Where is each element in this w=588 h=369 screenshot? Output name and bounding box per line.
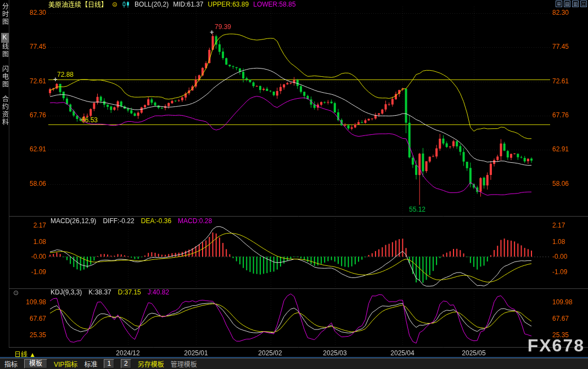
- price-axis-label: 77.45: [10, 43, 46, 50]
- toolbar-template-button[interactable]: 模板: [24, 359, 47, 368]
- sidebar-item-contract-info[interactable]: 合约资料: [1, 95, 10, 126]
- kdj-j-value: J:40.82: [148, 288, 169, 296]
- rows-layout-icon[interactable]: ▤: [564, 1, 570, 7]
- sidebar-item-time-chart[interactable]: 分时图: [1, 3, 10, 26]
- kdj-axis-label: 25.35: [10, 331, 46, 339]
- macd-axis-label: 2.17: [10, 222, 46, 229]
- kdj-axis-label: 67.67: [552, 315, 569, 322]
- time-axis-row: 日线 ▲ 2024/12 2025/01 2025/02 2025/03 202…: [0, 348, 588, 357]
- price-chart-canvas[interactable]: [0, 0, 588, 369]
- indicator-toggle-icon[interactable]: ⊙: [13, 289, 19, 297]
- kdj-d-value: D:37.15: [118, 288, 141, 296]
- price-axis-label: 67.76: [10, 111, 46, 119]
- macd-header: MACD(26,12,9) DIFF:-0.22 DEA:-0.36 MACD:…: [51, 217, 212, 225]
- price-axis-label: 72.61: [10, 77, 46, 85]
- toolbar-indicator-button[interactable]: 指标: [4, 359, 18, 368]
- price-axis-label: 67.76: [552, 111, 569, 119]
- price-axis-label: 77.45: [552, 43, 569, 50]
- date-tick-label: 2024/12: [116, 349, 139, 357]
- hline-label-1: 72.88: [57, 71, 74, 78]
- macd-axis-label: -1.09: [10, 268, 46, 276]
- toolbar-slot-1-button[interactable]: 1: [104, 359, 114, 368]
- price-axis-label: 82.30: [10, 9, 46, 16]
- bottom-toolbar: 指标 模板 VIP指标 标准 1 2 另存模板 管理模板: [0, 358, 588, 369]
- macd-title[interactable]: MACD(26,12,9): [51, 217, 96, 225]
- macd-axis-label: -1.09: [552, 268, 567, 276]
- kdj-axis-label: 109.98: [552, 298, 573, 306]
- peak-price-label: 79.39: [215, 23, 231, 31]
- price-axis-label: 62.91: [10, 145, 46, 153]
- price-axis-label: 58.06: [552, 180, 569, 188]
- chart-header: 美原油连续 【日线】 ⊜ BOLL(20,2) MID:61.37 UPPER:…: [48, 0, 296, 8]
- toolbar-slot-2-button[interactable]: 2: [121, 359, 131, 368]
- macd-axis-label: -0.00: [552, 253, 567, 260]
- period-tag[interactable]: 【日线】: [81, 0, 108, 9]
- kdj-axis-label: 109.98: [10, 298, 46, 306]
- sidebar-item-tick-chart[interactable]: 闪电图: [1, 65, 10, 88]
- kline-active-letter: K: [1, 33, 9, 43]
- toolbar-manage-template-button[interactable]: 管理模板: [171, 359, 197, 368]
- kdj-title[interactable]: KDJ(9,3,3): [51, 288, 82, 296]
- price-axis-label: 72.61: [552, 77, 569, 85]
- date-tick-label: 2025/03: [323, 349, 346, 357]
- boll-mid-value: MID:61.37: [173, 1, 203, 8]
- date-tick-label: 2025/02: [258, 349, 282, 357]
- kdj-k-value: K:38.37: [88, 288, 111, 296]
- chart-type-sidebar: 分时图 K线图 闪电图 合约资料: [1, 3, 9, 126]
- kline-label-rest: 线图: [1, 43, 9, 58]
- boll-upper-value: UPPER:63.89: [208, 1, 249, 8]
- macd-axis-label: 1.08: [10, 238, 46, 246]
- symbol-name: 美原油连续: [48, 0, 81, 9]
- date-tick-label: 2025/04: [390, 349, 414, 357]
- toolbar-standard-button[interactable]: 标准: [84, 359, 97, 368]
- layout-controls: ⊞ ▤ ▥ ◫: [556, 1, 587, 7]
- macd-bar-value: MACD:0.28: [178, 217, 212, 225]
- macd-diff-value: DIFF:-0.22: [103, 217, 134, 225]
- price-axis-label: 62.91: [552, 145, 569, 153]
- hline-label-2: 66.53: [81, 116, 98, 124]
- price-axis-label: 82.30: [552, 9, 569, 16]
- measure-cross-icon[interactable]: +: [53, 75, 58, 83]
- grid-layout-icon[interactable]: ⊞: [556, 1, 562, 7]
- menu-circle-icon[interactable]: ⊜: [112, 1, 117, 8]
- toolbar-vip-indicator-button[interactable]: VIP指标: [54, 359, 77, 368]
- measure-cross-icon[interactable]: +: [210, 28, 214, 36]
- fx678-watermark: FX678: [528, 336, 585, 356]
- date-tick-label: 2025/05: [462, 349, 485, 357]
- macd-dea-value: DEA:-0.36: [141, 217, 171, 225]
- boll-lower-value: LOWER:58.85: [253, 1, 295, 8]
- kdj-axis-label: 67.67: [10, 315, 46, 322]
- price-axis-label: 58.06: [10, 180, 46, 188]
- macd-axis-label: 1.08: [552, 238, 565, 246]
- boll-indicator-label[interactable]: BOLL(20,2): [135, 1, 169, 8]
- toolbar-save-template-button[interactable]: 另存模板: [138, 359, 164, 368]
- macd-axis-label: -0.00: [10, 253, 46, 260]
- sidebar-item-kline-chart[interactable]: K线图: [1, 33, 10, 58]
- columns-layout-icon[interactable]: ▥: [572, 1, 579, 7]
- low-price-label: 55.12: [409, 206, 425, 213]
- date-tick-label: 2025/01: [184, 349, 208, 357]
- candlestick-icon[interactable]: [122, 1, 130, 8]
- kdj-header: KDJ(9,3,3) K:38.37 D:37.15 J:40.82: [51, 288, 169, 296]
- split-layout-icon[interactable]: ◫: [580, 1, 587, 7]
- macd-axis-label: 2.17: [552, 222, 565, 229]
